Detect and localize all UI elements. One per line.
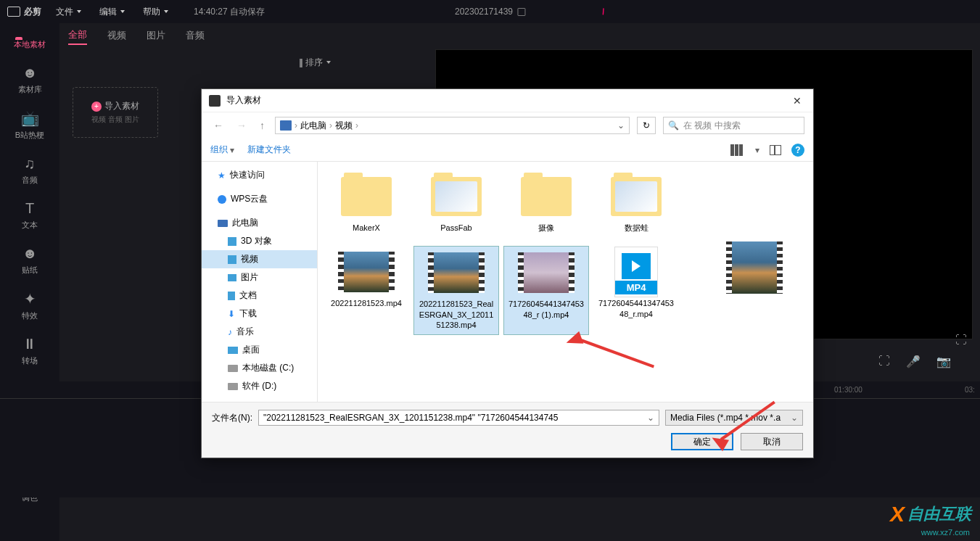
tree-desktop[interactable]: 桌面 — [202, 341, 317, 359]
dialog-toolbar: 组织▾ 新建文件夹 ▾ ? — [202, 139, 813, 162]
dialog-footer: 文件名(N): "202211281523_RealESRGAN_3X_1201… — [202, 402, 813, 458]
doc-icon — [228, 292, 235, 300]
import-placeholder[interactable]: +导入素材 视频 音频 图片 — [73, 87, 158, 138]
folder-item[interactable]: PassFab — [413, 170, 499, 237]
image-icon — [228, 274, 236, 281]
transition-icon: ⏸ — [0, 336, 59, 352]
sidebar-item-library[interactable]: ☻素材库 — [0, 57, 59, 102]
tree-video[interactable]: 视频 — [202, 250, 317, 268]
file-filter[interactable]: Media Files (*.mp4 *.mov *.a⌄ — [665, 410, 803, 426]
dialog-body: ★快速访问 WPS云盘 此电脑 3D 对象 视频 图片 文档 ⬇下载 ♪音乐 桌… — [202, 162, 813, 402]
sort-icon: ||| — [299, 57, 301, 67]
tree-3d[interactable]: 3D 对象 — [202, 232, 317, 250]
close-button[interactable]: ✕ — [788, 94, 806, 108]
film-icon — [228, 255, 236, 264]
dialog-title: 导入素材 — [226, 94, 261, 107]
organize-button[interactable]: 组织▾ — [210, 144, 234, 156]
up-button[interactable]: ↑ — [257, 118, 268, 133]
tree-quick-access[interactable]: ★快速访问 — [202, 166, 317, 184]
menu-edit[interactable]: 编辑 — [99, 6, 125, 18]
view-mode-button[interactable] — [730, 144, 745, 156]
pc-icon — [218, 220, 228, 227]
tree-doc[interactable]: 文档 — [202, 286, 317, 305]
folder-tree: ★快速访问 WPS云盘 此电脑 3D 对象 视频 图片 文档 ⬇下载 ♪音乐 桌… — [202, 162, 318, 402]
sidebar-item-audio[interactable]: ♫音频 — [0, 148, 59, 193]
text-icon: T — [0, 200, 59, 217]
menu-file[interactable]: 文件 — [56, 6, 81, 18]
tab-image[interactable]: 图片 — [147, 29, 165, 44]
filename-input[interactable]: "202211281523_RealESRGAN_3X_1201151238.m… — [258, 410, 659, 426]
mic-icon[interactable]: 🎤 — [906, 355, 921, 368]
tree-disk-d[interactable]: 软件 (D:) — [202, 377, 317, 395]
search-input[interactable]: 🔍 在 视频 中搜索 — [663, 117, 804, 134]
tree-music[interactable]: ♪音乐 — [202, 323, 317, 341]
folder-item[interactable]: 数据蛙 — [593, 170, 679, 237]
autosave-status: 14:40:27 自动保存 — [194, 6, 265, 18]
sort-button[interactable]: 排序 — [305, 57, 331, 69]
download-icon: ⬇ — [228, 309, 235, 319]
sidebar-item-bilibili[interactable]: 📺B站热梗 — [0, 102, 59, 148]
app-name: 必剪 — [24, 6, 41, 18]
cloud-icon — [218, 195, 226, 204]
ok-button[interactable]: 确定 — [671, 433, 733, 450]
help-button[interactable]: ? — [791, 144, 804, 157]
tree-pc[interactable]: 此电脑 — [202, 214, 317, 232]
desktop-icon — [228, 347, 238, 354]
file-item-selected[interactable]: 202211281523_RealESRGAN_3X_1201151238.mp… — [413, 246, 499, 335]
refresh-button[interactable]: ↻ — [637, 117, 656, 134]
file-item[interactable]: MP47172604544134745348_r.mp4 — [593, 246, 679, 335]
timeline-tick: 01:30:00 — [834, 386, 862, 394]
forward-button[interactable]: → — [234, 118, 250, 133]
folder-item[interactable]: MakerX — [324, 170, 409, 237]
filename-label: 文件名(N): — [212, 412, 252, 424]
file-preview[interactable] — [700, 241, 809, 298]
tree-disk-c[interactable]: 本地磁盘 (C:) — [202, 359, 317, 377]
camera-icon[interactable]: 📷 — [936, 355, 951, 368]
pc-icon — [280, 120, 292, 131]
crop-icon[interactable]: ⛶ — [955, 334, 967, 347]
media-tabs: 全部 视频 图片 音频 — [59, 23, 980, 49]
dialog-titlebar: 导入素材 ✕ — [202, 89, 813, 112]
music-icon: ♪ — [228, 327, 232, 337]
sidebar-item-text[interactable]: T文本 — [0, 193, 59, 238]
sidebar-item-fx[interactable]: ✦特效 — [0, 283, 59, 329]
file-open-dialog: 导入素材 ✕ ← → ↑ › 此电脑 › 视频 › ⌄ ↻ 🔍 在 视频 中搜索… — [201, 88, 814, 458]
disk-icon — [228, 365, 238, 372]
menu-help[interactable]: 帮助 — [143, 6, 168, 18]
sidebar-item-local[interactable]: 本地素材 — [0, 32, 59, 57]
logo-icon — [7, 7, 20, 17]
sidebar-item-sticker[interactable]: ☻贴纸 — [0, 238, 59, 283]
watermark: X 自由互联 www.xz7.com — [890, 502, 971, 526]
new-folder-button[interactable]: 新建文件夹 — [247, 144, 291, 156]
sidebar-item-transition[interactable]: ⏸转场 — [0, 329, 59, 373]
layout-button[interactable] — [770, 145, 781, 155]
music-icon: ♫ — [0, 155, 59, 172]
search-icon: 🔍 — [668, 120, 679, 131]
tab-audio[interactable]: 音频 — [186, 29, 205, 44]
app-logo: 必剪 — [7, 6, 41, 18]
tree-download[interactable]: ⬇下载 — [202, 305, 317, 323]
breadcrumb-dropdown[interactable]: ⌄ — [617, 120, 625, 131]
cancel-button[interactable]: 取消 — [741, 433, 803, 450]
file-grid: MakerX PassFab 摄像 数据蛙 202211281523.mp4 2… — [318, 162, 813, 402]
back-button[interactable]: ← — [210, 118, 226, 133]
project-title[interactable]: 202302171439 — [455, 7, 525, 17]
tab-all[interactable]: 全部 — [68, 28, 87, 45]
breadcrumb[interactable]: › 此电脑 › 视频 › ⌄ — [275, 117, 630, 134]
tree-wps[interactable]: WPS云盘 — [202, 190, 317, 208]
tree-image[interactable]: 图片 — [202, 268, 317, 286]
star-icon: ★ — [218, 170, 226, 181]
timeline-tick: 03: — [965, 386, 975, 394]
file-item-selected[interactable]: 7172604544134745348_r (1).mp4 — [503, 246, 589, 335]
screenshot-icon[interactable]: ⛶ — [878, 355, 890, 368]
decorative-slash: \ — [601, 7, 606, 17]
folder-item[interactable]: 摄像 — [503, 170, 589, 237]
dialog-nav: ← → ↑ › 此电脑 › 视频 › ⌄ ↻ 🔍 在 视频 中搜索 — [202, 112, 813, 139]
tab-video[interactable]: 视频 — [107, 29, 126, 44]
dialog-icon — [209, 95, 221, 107]
bilibili-icon: 📺 — [0, 110, 59, 127]
watermark-icon: X — [890, 502, 905, 526]
edit-icon[interactable] — [517, 8, 525, 16]
library-icon: ☻ — [0, 65, 59, 81]
file-item[interactable]: 202211281523.mp4 — [324, 246, 409, 335]
